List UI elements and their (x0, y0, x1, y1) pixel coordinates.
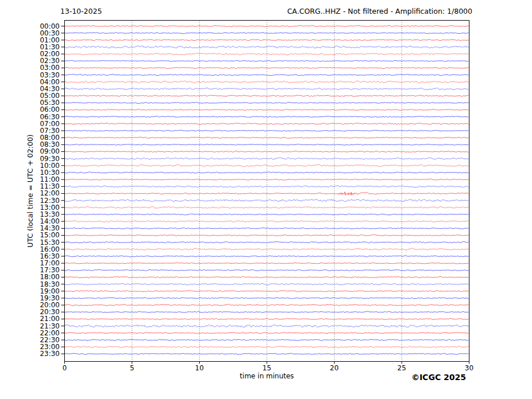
seismogram-trace (65, 353, 469, 354)
x-tick-label: 10 (188, 365, 211, 371)
seismogram-trace (65, 283, 469, 285)
y-tick-label: 00:00 (23, 23, 60, 30)
seismogram-trace (65, 172, 469, 174)
x-tick-label: 5 (121, 365, 143, 371)
seismogram-trace (65, 179, 469, 180)
x-tick-label: 30 (458, 365, 481, 371)
seismogram-trace (65, 263, 469, 264)
y-tick-label: 00:30 (23, 30, 60, 37)
seismogram-trace (65, 186, 469, 187)
y-axis-label: UTC (local time = UTC + 02:00) (26, 134, 34, 248)
y-tick-label: 07:00 (23, 120, 60, 127)
seismogram-trace (65, 291, 469, 292)
seismogram-trace (65, 67, 469, 68)
seismogram-trace (65, 318, 469, 319)
seismogram-trace (65, 95, 469, 96)
y-tick-label: 18:30 (23, 281, 60, 288)
x-tick-label: 20 (323, 365, 346, 371)
seismogram-trace (65, 269, 469, 271)
seismogram-trace (65, 206, 469, 208)
y-tick-label: 21:30 (23, 323, 60, 330)
seismogram-trace (65, 144, 469, 145)
x-tick-label: 25 (390, 365, 413, 371)
seismogram-trace (65, 40, 469, 41)
seismogram-trace (65, 158, 469, 159)
y-tick-label: 06:00 (23, 106, 60, 113)
seismogram-trace (65, 276, 469, 278)
y-tick-label: 19:00 (23, 288, 60, 295)
x-axis-label: time in minutes (240, 372, 294, 380)
seismogram-trace (65, 199, 469, 201)
y-tick-label: 21:00 (23, 315, 60, 322)
seismogram-trace (65, 346, 469, 348)
seismogram-trace (65, 332, 469, 334)
y-tick-label: 04:00 (23, 79, 60, 85)
seismogram-trace (65, 25, 469, 26)
x-tick-label: 15 (255, 365, 278, 371)
seismogram-trace (65, 248, 469, 250)
y-tick-label: 06:30 (23, 114, 60, 120)
y-tick-label: 23:30 (23, 350, 60, 357)
seismogram-trace (65, 109, 469, 110)
seismogram-trace (65, 241, 469, 243)
seismogram-trace (65, 74, 469, 76)
seismogram-trace (65, 53, 469, 55)
seismogram-trace (65, 137, 469, 138)
y-tick-label: 18:00 (23, 273, 60, 280)
seismogram-trace (65, 234, 469, 236)
seismogram-trace (65, 32, 469, 33)
seismogram-trace (65, 88, 469, 90)
seismogram-trace (65, 102, 469, 103)
y-tick-label: 22:00 (23, 330, 60, 337)
seismogram-trace (65, 116, 469, 118)
seismogram-trace (65, 298, 469, 299)
seismogram-trace (65, 81, 469, 83)
seismogram-trace (65, 324, 469, 327)
seismogram-trace (65, 60, 469, 61)
seismogram-trace (65, 339, 469, 341)
copyright-label: ©ICGC 2025 (411, 373, 466, 382)
seismogram-trace (65, 256, 469, 257)
seismogram-trace (65, 221, 469, 222)
y-tick-label: 03:30 (23, 72, 60, 79)
seismogram-page: 13-10-2025 CA.CORG..HHZ - Not filtered -… (0, 0, 532, 399)
seismogram-trace (65, 130, 469, 131)
seismogram-trace (65, 228, 469, 229)
seismogram-trace (65, 192, 469, 195)
seismogram-trace (65, 311, 469, 312)
x-tick-label: 0 (53, 365, 76, 371)
seismogram-trace (65, 123, 469, 124)
seismogram-trace (65, 165, 469, 167)
seismogram-trace (65, 304, 469, 306)
seismogram-trace (65, 214, 469, 215)
seismogram-trace (65, 151, 469, 152)
seismogram-plot (0, 0, 532, 399)
seismogram-trace (65, 46, 469, 48)
y-tick-label: 03:00 (23, 64, 60, 71)
